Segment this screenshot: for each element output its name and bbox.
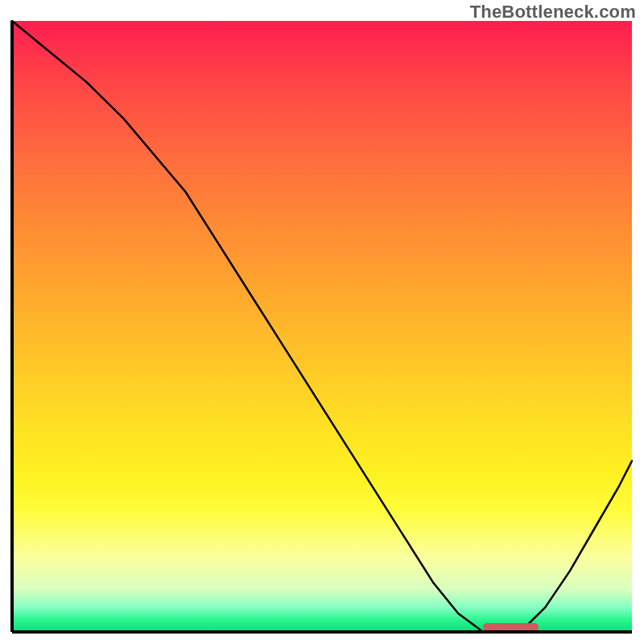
watermark-text: TheBottleneck.com xyxy=(470,2,636,23)
plot-area xyxy=(12,21,632,632)
axes-layer xyxy=(12,21,632,632)
chart-container: TheBottleneck.com xyxy=(0,0,644,644)
